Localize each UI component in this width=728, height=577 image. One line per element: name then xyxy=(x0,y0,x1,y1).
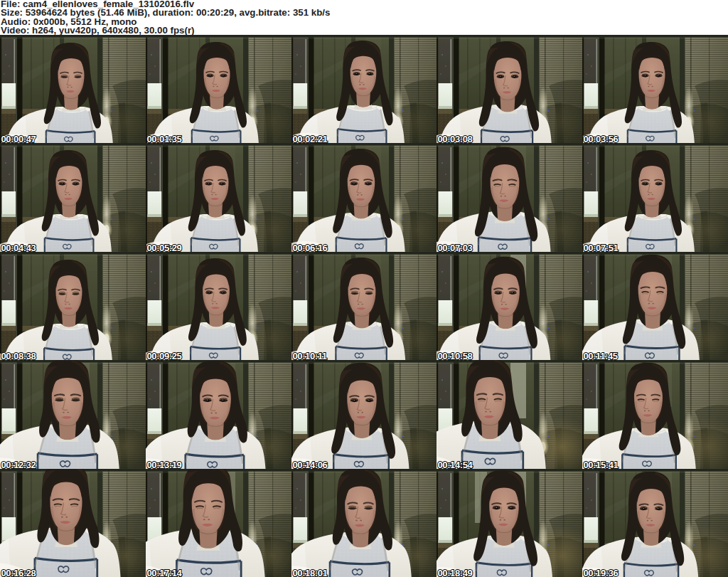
svg-text:00:05:29: 00:05:29 xyxy=(147,243,182,253)
svg-text:00:07:51: 00:07:51 xyxy=(584,243,619,253)
svg-text:00:12:32: 00:12:32 xyxy=(1,460,36,470)
svg-text:00:01:35: 00:01:35 xyxy=(147,134,182,144)
svg-text:00:17:14: 00:17:14 xyxy=(147,568,183,577)
svg-text:00:15:41: 00:15:41 xyxy=(584,460,619,470)
svg-text:00:06:16: 00:06:16 xyxy=(293,243,328,253)
svg-text:00:09:25: 00:09:25 xyxy=(147,351,182,361)
svg-text:00:10:11: 00:10:11 xyxy=(293,351,327,361)
svg-text:00:13:19: 00:13:19 xyxy=(147,460,182,470)
svg-text:00:18:49: 00:18:49 xyxy=(438,568,473,577)
svg-text:00:02:21: 00:02:21 xyxy=(293,134,328,144)
svg-text:00:11:45: 00:11:45 xyxy=(584,351,618,361)
svg-text:00:10:58: 00:10:58 xyxy=(438,351,473,361)
svg-text:00:07:03: 00:07:03 xyxy=(438,243,473,253)
svg-text:00:14:54: 00:14:54 xyxy=(438,460,473,470)
svg-text:00:14:06: 00:14:06 xyxy=(293,460,328,470)
svg-text:00:18:01: 00:18:01 xyxy=(293,568,328,577)
svg-text:00:03:08: 00:03:08 xyxy=(438,134,473,144)
svg-text:00:08:38: 00:08:38 xyxy=(1,351,36,361)
svg-text:00:03:56: 00:03:56 xyxy=(584,134,619,144)
svg-text:00:04:43: 00:04:43 xyxy=(1,243,36,253)
svg-text:00:00:47: 00:00:47 xyxy=(1,134,36,144)
svg-text:00:19:36: 00:19:36 xyxy=(584,568,619,577)
svg-text:00:16:28: 00:16:28 xyxy=(1,568,36,577)
